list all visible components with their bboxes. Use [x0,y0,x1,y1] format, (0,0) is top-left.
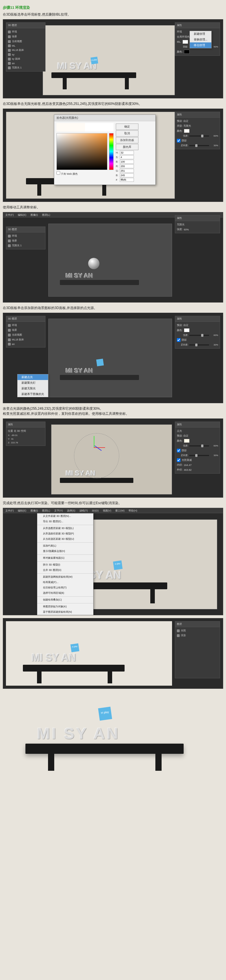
dd-item[interactable]: 从文件新建 3D 图层(N)... [37,514,93,519]
cp-webonly-checkbox[interactable] [57,171,60,175]
layer-item[interactable]: sy [8,52,44,57]
ctx-item[interactable]: 新建聚光灯 [17,380,48,386]
shadow-checkbox[interactable] [177,338,180,342]
eye-icon[interactable] [8,339,11,341]
menu-image[interactable]: 图像(I) [30,213,38,216]
swatch-color[interactable] [184,50,190,54]
dd-item[interactable]: 基于图层新建拼贴绘画(N) [37,609,93,615]
eye-icon[interactable] [8,244,11,247]
menu-edit[interactable]: 编辑(E) [18,509,26,512]
ctx-item[interactable]: 替换纹理... [190,37,211,42]
layer-item[interactable]: ML [8,44,44,48]
cp-h[interactable] [120,151,134,155]
eye-icon[interactable] [8,235,11,237]
panel-properties[interactable]: 属性 点光 预设: 自定 颜色: 强度:60% 阴影 柔和度:30% 光照衰减 … [175,422,220,474]
shadow-checkbox[interactable] [177,139,180,143]
ctx-item[interactable]: 新建点光 [17,374,48,380]
layer-item[interactable]: 场景 [8,239,44,243]
panel-3d[interactable]: 3D 图层 环境 场景 无限光 1 [6,226,46,250]
dd-item[interactable]: 将对象贴紧地面(G) [37,555,93,561]
dd-item[interactable]: 在目标纹理上绘画(T) [37,585,93,590]
dd-item[interactable]: 显示/隐藏多边形(H) [37,549,93,554]
cp-hex[interactable] [120,178,134,182]
layer-item[interactable]: 环境 [8,29,44,34]
menu-select[interactable]: 选择(S) [67,509,76,512]
layer-item[interactable]: 环境 [8,234,44,239]
menu-3d[interactable]: 3D(D) [92,509,99,512]
menu-3d-dropdown[interactable]: 从文件新建 3D 图层(N)... 导出 3D 图层(E)... 从所选图层新建… [37,513,93,615]
props-preset[interactable]: 预设: 自定 [177,119,218,124]
props-preset[interactable]: 预设: 自定 [177,433,218,438]
eye-icon[interactable] [8,58,11,60]
eye-icon[interactable] [177,634,180,637]
panel-properties[interactable]: 属性 无限光 强度: 60% [175,215,220,233]
dd-item[interactable]: 添加约束(L) [37,543,93,549]
dd-item[interactable]: 创建绘画叠加(C) [37,597,93,603]
menu-file[interactable]: 文件(F) [5,509,14,512]
light-falloff-ring[interactable] [74,433,119,479]
ctx-item[interactable]: 移去纹理 [190,42,211,48]
slider-soft[interactable] [189,145,209,146]
dd-item[interactable]: 从当前选区新建 3D 模型(U) [37,536,93,542]
cp-cancel[interactable]: 取消 [116,130,138,137]
eye-icon[interactable] [177,629,180,632]
slider-soft[interactable] [189,344,209,345]
panel-3d[interactable]: 3D 图层 环境 场景 当前视图 ML18 副本 an [6,316,46,347]
slider-intensity[interactable] [189,335,209,336]
dd-item[interactable]: 选择可绘画区域(B) [37,590,93,596]
layer-item[interactable]: 无限光 1 [8,65,44,70]
layer-item[interactable]: 光照 [177,628,218,633]
swatch-ibl[interactable] [182,40,188,44]
dd-item[interactable]: 将图层拼贴为对象(K) [37,604,93,609]
menu-edit[interactable]: 编辑(E) [18,213,26,216]
cp-libs[interactable]: 颜色库 [116,144,138,150]
eye-icon[interactable] [8,329,11,332]
menu-layer[interactable]: 图层(L) [42,509,50,512]
dd-item[interactable]: 重新参数化 UV(Z)... [37,615,93,615]
menu-filter[interactable]: 滤镜(T) [79,509,88,512]
layer-item[interactable]: 场景 [8,34,44,39]
eye-icon[interactable] [8,40,11,43]
cp-b2[interactable] [120,173,134,177]
dd-item[interactable]: 从所选图层新建 3D 模型(L) [37,526,93,531]
panel-properties[interactable]: 属性 预设: 自定 颜色: 强度:60% 阴影 柔和度:30% [175,316,220,348]
eye-icon[interactable] [8,49,11,52]
props-preset[interactable]: 预设: 自定 [177,323,218,328]
cp-hue[interactable] [109,133,114,170]
layer-item[interactable]: ML18 副本 [8,48,44,52]
dd-item[interactable]: 新建所选网格拼贴绘画(W) [37,574,93,580]
swatch-color[interactable] [184,129,190,133]
eye-icon[interactable] [8,343,11,345]
ctx-item[interactable]: 新建纹理 [190,31,211,37]
eye-icon[interactable] [8,30,11,33]
cp-ok[interactable]: 确定 [116,124,138,130]
swatch-color[interactable] [184,439,190,443]
eye-icon[interactable] [8,35,11,38]
ctx-item[interactable]: 新建无限光 [17,386,48,391]
eye-icon[interactable] [8,62,11,65]
context-menu[interactable]: 新建纹理 替换纹理... 移去纹理 [190,31,212,48]
panel-layers[interactable]: 图层 光照 渲染 [175,621,220,678]
layer-item[interactable]: 当前视图 [8,39,44,44]
menu-type[interactable]: 文字(Y) [54,509,63,512]
eye-icon[interactable] [8,334,11,336]
ctx-item[interactable]: 新建基于图像的光 [17,391,48,397]
eye-icon[interactable] [8,53,11,56]
ps-menubar[interactable]: 文件(F) 编辑(E) 图像(I) 图层(L) 文字(Y) 选择(S) 滤镜(T… [3,508,223,513]
menu-window[interactable]: 窗口(W) [115,509,125,512]
dd-item[interactable]: 从所选路径新建 3D 模型(P) [37,531,93,536]
layer-item[interactable]: 场景 [8,328,44,332]
layer-item[interactable]: an [8,61,44,65]
eye-icon[interactable] [8,240,11,242]
layer-item[interactable]: ML18 副本 [8,337,44,342]
cp-g[interactable] [120,169,134,173]
menu-file[interactable]: 文件(F) [5,213,14,216]
eye-icon[interactable] [8,324,11,327]
dd-item[interactable]: 导出 3D 图层(E)... [37,519,93,524]
menu-view[interactable]: 视图(V) [103,509,111,512]
eye-icon[interactable] [8,67,11,69]
cp-add[interactable]: 添加到色板 [116,137,138,143]
layer-item[interactable]: an [8,342,44,346]
panel-3d[interactable]: 3D 图层 环境 场景 当前视图 ML ML18 副本 sy sy 副本 an … [6,22,46,72]
shadow-checkbox[interactable] [177,449,180,452]
